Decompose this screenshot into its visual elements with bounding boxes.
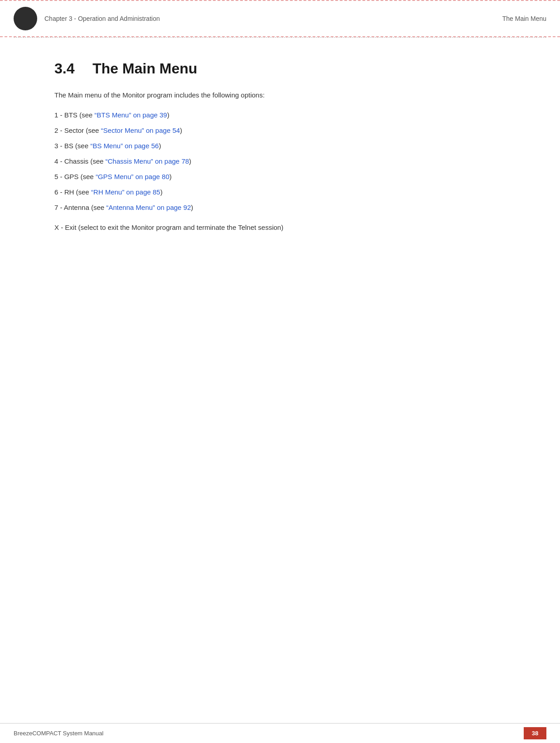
item-1-prefix: 1 - BTS (see [54,111,94,119]
item-7-suffix: ) [191,204,193,211]
section-heading: 3.4 The Main Menu [54,60,506,77]
item-2-prefix: 2 - Sector (see [54,126,101,134]
header-left: Chapter 3 - Operation and Administration [14,7,160,30]
page-number: 38 [524,727,546,739]
item-7-prefix: 7 - Antenna (see [54,204,106,211]
item-4-prefix: 4 - Chassis (see [54,157,106,165]
item-6-prefix: 6 - RH (see [54,188,91,196]
item-2-suffix: ) [180,126,182,134]
item-1-suffix: ) [167,111,169,119]
section-title: The Main Menu [93,60,197,77]
item-3-suffix: ) [159,142,161,150]
rh-menu-link[interactable]: “RH Menu” on page 85 [91,188,161,196]
item-5-prefix: 5 - GPS (see [54,173,96,180]
bts-menu-link[interactable]: “BTS Menu” on page 39 [94,111,167,119]
menu-items-list: 1 - BTS (see “BTS Menu” on page 39) 2 - … [54,110,506,213]
antenna-menu-link[interactable]: “Antenna Menu” on page 92 [106,204,191,211]
list-item: 5 - GPS (see “GPS Menu” on page 80) [54,171,506,182]
sector-menu-link[interactable]: “Sector Menu” on page 54 [101,126,180,134]
list-item: 4 - Chassis (see “Chassis Menu” on page … [54,156,506,167]
gps-menu-link[interactable]: “GPS Menu” on page 80 [96,173,170,180]
item-6-suffix: ) [160,188,162,196]
list-item: 1 - BTS (see “BTS Menu” on page 39) [54,110,506,121]
item-5-suffix: ) [169,173,171,180]
item-3-prefix: 3 - BS (see [54,142,90,150]
list-item: 6 - RH (see “RH Menu” on page 85) [54,187,506,198]
chassis-menu-link[interactable]: “Chassis Menu” on page 78 [106,157,189,165]
chapter-circle-icon [14,7,37,30]
list-item: 2 - Sector (see “Sector Menu” on page 54… [54,125,506,136]
section-number: 3.4 [54,60,82,77]
exit-item: X - Exit (select to exit the Monitor pro… [54,222,506,233]
item-4-suffix: ) [189,157,191,165]
main-content: 3.4 The Main Menu The Main menu of the M… [0,38,560,260]
bs-menu-link[interactable]: “BS Menu” on page 56 [90,142,159,150]
intro-paragraph: The Main menu of the Monitor program inc… [54,90,506,101]
footer-brand: BreezeCOMPACT System Manual [14,730,103,737]
chapter-label: Chapter 3 - Operation and Administration [44,15,160,22]
page-footer: BreezeCOMPACT System Manual 38 [0,723,560,743]
list-item: 3 - BS (see “BS Menu” on page 56) [54,141,506,151]
header-section-label: The Main Menu [502,15,546,22]
list-item: 7 - Antenna (see “Antenna Menu” on page … [54,202,506,213]
page-header: Chapter 3 - Operation and Administration… [0,0,560,37]
